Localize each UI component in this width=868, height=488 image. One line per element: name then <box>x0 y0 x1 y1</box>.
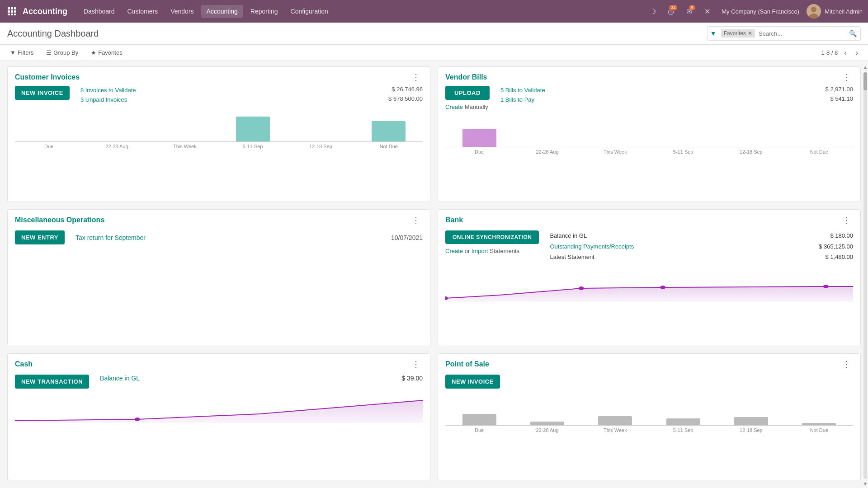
filter-icon: ▼ <box>708 30 719 37</box>
scroll-track[interactable] <box>863 72 867 479</box>
cash-chart <box>15 396 423 423</box>
close-icon[interactable]: ✕ <box>700 4 714 19</box>
search-input[interactable] <box>755 28 845 39</box>
company-name[interactable]: My Company (San Francisco) <box>718 6 803 17</box>
bills-validate-link[interactable]: 5 Bills to Validate <box>500 86 545 95</box>
favorites-btn[interactable]: ★ Favorites <box>88 47 125 58</box>
search-submit-icon[interactable]: 🔍 <box>845 30 860 37</box>
latest-statement-label: Latest Statement <box>550 252 594 262</box>
invoices-unpaid-link[interactable]: 3 Unpaid Invoices <box>80 95 127 105</box>
menu-vendors[interactable]: Vendors <box>165 5 199 18</box>
invoices-validate-link[interactable]: 8 Invoices to Validate <box>80 86 136 95</box>
favorites-tag[interactable]: Favorites ✕ <box>721 29 755 38</box>
bank-menu-btn[interactable]: ⋮ <box>840 215 853 225</box>
poslabel-12-18sep: 12-18 Sep <box>717 427 785 433</box>
vbar-22-28aug <box>513 116 581 147</box>
outstanding-link[interactable]: Outstanding Payments/Receipts <box>550 241 634 252</box>
svg-point-13 <box>579 286 584 290</box>
cash-balance-gl-label[interactable]: Balance in GL <box>100 375 140 382</box>
page-title: Accounting Dashboard <box>7 28 99 39</box>
bills-pay-link[interactable]: 1 Bills to Pay <box>500 95 534 105</box>
menu-configuration[interactable]: Configuration <box>285 5 334 18</box>
vbar-not-due <box>785 116 853 147</box>
label-22-28aug: 22-28 Aug <box>83 144 151 149</box>
cash-header: Cash ⋮ <box>8 354 430 373</box>
pos-bars <box>445 394 853 426</box>
vendor-bills-menu-btn[interactable]: ⋮ <box>840 72 853 82</box>
avatar[interactable] <box>807 4 821 19</box>
star-icon: ★ <box>91 49 96 56</box>
grid-icon[interactable] <box>5 5 18 18</box>
poslabel-this-week: This Week <box>581 427 649 433</box>
svg-point-15 <box>823 285 829 288</box>
bar-this-week <box>151 110 219 141</box>
bank-create-link[interactable]: Create <box>445 248 463 254</box>
scroll-down-arrow[interactable]: ▼ <box>862 480 868 486</box>
svg-rect-4 <box>11 10 13 13</box>
pos-chart: Due 22-28 Aug This Week 5-11 Sep 12-18 S… <box>445 394 853 436</box>
scroll-thumb[interactable] <box>863 72 867 90</box>
toolbar: ▼ Filters ☰ Group By ★ Favorites 1-8 / 8… <box>0 45 868 61</box>
point-of-sale-header: Point of Sale ⋮ <box>438 354 860 373</box>
tax-return-link[interactable]: Tax return for September <box>75 234 146 241</box>
bank-import-link[interactable]: Import <box>472 248 488 254</box>
new-entry-btn[interactable]: NEW ENTRY <box>15 230 65 244</box>
messages-icon[interactable]: ✉ 5 <box>682 4 696 19</box>
upload-btn[interactable]: UPLOAD <box>445 86 490 100</box>
menu-reporting[interactable]: Reporting <box>245 5 283 18</box>
vbar-12-18sep <box>717 116 785 147</box>
scroll-up-arrow[interactable]: ▲ <box>862 63 868 71</box>
create-link[interactable]: Create <box>445 103 463 110</box>
misc-operations-body: NEW ENTRY Tax return for September 10/07… <box>8 230 430 250</box>
menu-accounting[interactable]: Accounting <box>201 5 243 18</box>
new-transaction-btn[interactable]: NEW TRANSACTION <box>15 375 89 389</box>
groupby-label: Group By <box>53 49 78 56</box>
cash-card: Cash ⋮ NEW TRANSACTION Balance in GL $ 3… <box>7 353 430 480</box>
svg-point-16 <box>135 418 140 421</box>
bank-stat-statement: Latest Statement $ 1,480.00 <box>550 252 853 262</box>
poslabel-22-28aug: 22-28 Aug <box>513 427 581 433</box>
groupby-icon: ☰ <box>46 49 52 56</box>
activity-badge: 34 <box>669 5 677 10</box>
filters-btn[interactable]: ▼ Filters <box>7 47 36 58</box>
svg-rect-7 <box>11 14 13 15</box>
misc-operations-header: Miscellaneous Operations ⋮ <box>8 210 430 229</box>
next-page-btn[interactable]: › <box>853 48 861 58</box>
vendor-bills-title: Vendor Bills <box>445 73 487 81</box>
point-of-sale-menu-btn[interactable]: ⋮ <box>840 359 853 369</box>
topnav-right: ☽ ◷ 34 ✉ 5 ✕ My Company (San Francisco) … <box>646 4 863 19</box>
username[interactable]: Mitchell Admin <box>825 8 863 15</box>
point-of-sale-body: NEW INVOICE Due 22-28 Aug This Week 5-11… <box>438 375 860 442</box>
misc-operations-menu-btn[interactable]: ⋮ <box>409 215 423 225</box>
prev-page-btn[interactable]: ‹ <box>841 48 849 58</box>
phone-icon[interactable]: ☽ <box>646 4 660 19</box>
label-due: Due <box>15 144 83 149</box>
vendor-bills-actions: UPLOAD Create Manually <box>445 86 490 110</box>
bank-card: Bank ⋮ ONLINE SYNCHRONIZATION Create or … <box>438 209 861 346</box>
svg-rect-3 <box>8 10 10 13</box>
bills-pay-value: $ 541.10 <box>830 95 853 105</box>
customer-invoices-menu-btn[interactable]: ⋮ <box>409 72 423 82</box>
menu-dashboard[interactable]: Dashboard <box>78 5 120 18</box>
main-menu: Dashboard Customers Vendors Accounting R… <box>78 5 646 18</box>
svg-rect-0 <box>8 7 10 9</box>
app-name: Accounting <box>23 7 67 16</box>
label-12-18sep: 12-18 Sep <box>287 144 354 149</box>
favorites-tag-remove[interactable]: ✕ <box>748 30 752 37</box>
customer-invoices-header: Customer Invoices ⋮ <box>8 67 430 86</box>
cash-menu-btn[interactable]: ⋮ <box>409 359 423 369</box>
pos-new-invoice-btn[interactable]: NEW INVOICE <box>445 375 500 389</box>
bar-not-due <box>355 110 423 141</box>
pagination-count: 1-8 / 8 <box>821 49 838 56</box>
vlabel-due: Due <box>445 149 513 155</box>
customer-invoices-chart: Due 22-28 Aug This Week 5-11 Sep 12-18 S… <box>15 110 423 153</box>
bank-stats: Balance in GL $ 180.00 Outstanding Payme… <box>550 230 853 262</box>
misc-tax-row: Tax return for September 10/07/2021 <box>75 234 423 241</box>
groupby-btn[interactable]: ☰ Group By <box>43 47 81 58</box>
menu-customers[interactable]: Customers <box>122 5 164 18</box>
activity-icon[interactable]: ◷ 34 <box>664 4 678 19</box>
new-invoice-btn[interactable]: NEW INVOICE <box>15 86 70 100</box>
bank-body: ONLINE SYNCHRONIZATION Create or Import … <box>438 230 860 307</box>
online-sync-btn[interactable]: ONLINE SYNCHRONIZATION <box>445 230 539 244</box>
bank-or-label: or <box>465 248 472 254</box>
